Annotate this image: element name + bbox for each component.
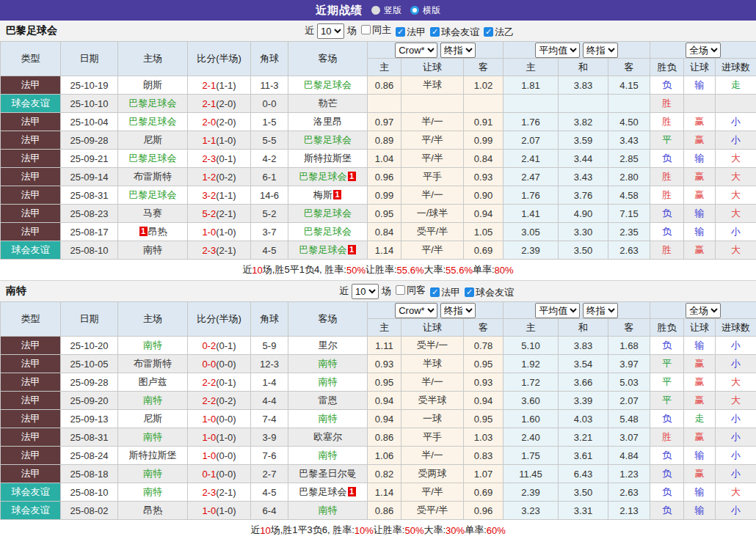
odds-handicap-cell: 平/半 [401, 150, 464, 168]
team-name: 布雷斯特 [134, 358, 172, 369]
odds-time-select[interactable]: 终指 [440, 43, 476, 58]
away-team-cell: 巴黎圣日尔曼 [288, 465, 368, 483]
odds-away-cell: 0.93 [464, 168, 504, 186]
odds-away-cell: 0.84 [464, 150, 504, 168]
odds-handicap-cell: 平手 [401, 428, 464, 447]
filter-checkbox[interactable]: ✓球会友谊 [430, 26, 479, 39]
average-time-select[interactable]: 终指 [583, 303, 618, 318]
result-text: 赢 [695, 244, 705, 255]
result-handicap-cell: 赢 [684, 392, 716, 410]
away-team-cell: 南特 [288, 502, 368, 520]
radio-button-selected-icon[interactable] [410, 6, 419, 15]
team-name: 巴黎足球会 [299, 171, 347, 182]
fulltime-select[interactable]: 全场 [686, 303, 721, 318]
filter-checkbox[interactable]: 同客 [396, 284, 426, 297]
score-cell: 1-0(1-0) [188, 428, 251, 447]
result-goals-cell: 大 [716, 483, 756, 502]
checkbox-checked-icon[interactable]: ✓ [430, 27, 440, 37]
result-text: 负 [662, 413, 672, 424]
score-cell: 2-2(0-2) [188, 392, 251, 410]
radio-button-icon[interactable] [371, 6, 380, 15]
filter-checkbox-group: 同客✓法甲✓球会友谊 [391, 284, 514, 299]
result-text: 负 [662, 340, 672, 351]
avg-home-cell: 2.47 [504, 168, 559, 186]
home-team-cell: 南特 [118, 428, 188, 447]
summary-label: 单率: [465, 524, 487, 537]
result-text: 负 [662, 153, 672, 164]
fulltime-score: 2-1 [202, 98, 216, 109]
filter-checkbox[interactable]: ✓球会友谊 [465, 286, 514, 299]
checkbox-checked-icon[interactable]: ✓ [430, 287, 440, 297]
checkbox-unchecked-icon[interactable] [396, 285, 405, 295]
avg-draw-cell: 3.61 [559, 447, 608, 465]
filter-checkbox-label: 法甲 [441, 286, 460, 299]
result-text: 输 [695, 486, 705, 497]
date-cell: 25-10-05 [61, 355, 118, 373]
result-goals-cell: 小 [716, 355, 756, 373]
result-wdl-cell: 胜 [650, 95, 684, 113]
avg-home-cell: 1.81 [504, 76, 559, 95]
away-team-cell: 巴黎足球会1 [288, 483, 368, 502]
matches-table: 类型 日期 主场 比分(半场) 角球 客场 Crow* 终指 平均值 终指 全场 [0, 301, 756, 520]
recent-count-select[interactable]: 10 [317, 23, 344, 39]
odds-time-select[interactable]: 终指 [440, 303, 476, 318]
result-text: 负 [662, 486, 672, 497]
header-select-row: 类型 日期 主场 比分(半场) 角球 客场 Crow* 终指 平均值 终指 全场 [1, 302, 756, 319]
average-time-select[interactable]: 终指 [583, 43, 618, 58]
average-select[interactable]: 平均值 [535, 43, 580, 58]
result-handicap-cell: 输 [684, 150, 716, 168]
average-select[interactable]: 平均值 [535, 303, 580, 318]
recent-count-select[interactable]: 10 [352, 284, 379, 299]
avg-away-cell: 2.85 [608, 150, 650, 168]
bookmaker-select[interactable]: Crow* [395, 303, 437, 318]
avg-away-cell: 4.84 [608, 447, 650, 465]
team-name-title: 巴黎足球会 [6, 24, 57, 37]
home-team-cell: 巴黎足球会 [118, 95, 188, 113]
away-team-cell: 梅斯1 [288, 186, 368, 205]
result-text: 负 [662, 505, 672, 516]
team-name: 巴黎足球会 [304, 208, 352, 219]
odds-home-cell: 0.94 [368, 392, 401, 410]
corner-cell: 4-2 [251, 150, 288, 168]
odds-home-cell [368, 95, 401, 113]
filter-checkbox[interactable]: ✓法乙 [484, 26, 514, 39]
team-name: 南特 [143, 468, 162, 479]
col-header-score: 比分(半场) [188, 42, 251, 76]
corner-cell: 6-1 [251, 168, 288, 186]
halftime-score: (0-2) [216, 172, 236, 183]
bookmaker-select[interactable]: Crow* [395, 43, 437, 58]
result-wdl-cell: 负 [650, 502, 684, 520]
avg-draw-cell: 3.21 [559, 428, 608, 447]
radio-horizontal-layout[interactable]: 横版 [410, 4, 440, 17]
fulltime-select[interactable]: 全场 [686, 43, 721, 58]
checkbox-unchecked-icon[interactable] [361, 25, 371, 34]
col-header-date: 日期 [61, 302, 118, 337]
team-name: 昂热 [143, 505, 162, 516]
radio-vertical-label: 竖版 [384, 4, 401, 17]
checkbox-checked-icon[interactable]: ✓ [465, 287, 474, 297]
type-cell: 球会友谊 [1, 241, 61, 260]
avg-draw-cell: 3.83 [559, 337, 608, 355]
date-cell: 25-08-18 [61, 465, 118, 483]
filter-checkbox[interactable]: 同主 [361, 23, 391, 37]
result-text: 胜 [662, 189, 672, 200]
halftime-score: (0-1) [216, 340, 236, 351]
checkbox-checked-icon[interactable]: ✓ [396, 27, 405, 37]
result-wdl-cell: 胜 [650, 186, 684, 205]
odds-home-cell: 0.95 [368, 205, 401, 223]
result-text: 负 [662, 208, 672, 219]
radio-vertical-layout[interactable]: 竖版 [371, 4, 401, 17]
home-team-cell: 南特 [118, 483, 188, 502]
match-row: 法甲25-09-20南特2-2(0-2)4-4雷恩0.94受半球0.943.60… [1, 392, 756, 410]
corner-cell: 4-5 [251, 241, 288, 260]
checkbox-checked-icon[interactable]: ✓ [484, 27, 493, 37]
odds-handicap-cell: 半/一 [401, 373, 464, 392]
result-goals-cell: 大 [716, 373, 756, 392]
corner-cell: 5-9 [251, 337, 288, 355]
avg-draw-cell: 3.44 [559, 150, 608, 168]
filter-checkbox[interactable]: ✓法甲 [430, 286, 460, 299]
result-wdl-cell: 平 [650, 131, 684, 150]
team-name: 尼斯 [143, 134, 162, 145]
match-row: 法甲25-09-28图卢兹2-2(0-1)1-4南特0.95半/一0.931.7… [1, 373, 756, 392]
filter-checkbox[interactable]: ✓法甲 [396, 26, 426, 39]
